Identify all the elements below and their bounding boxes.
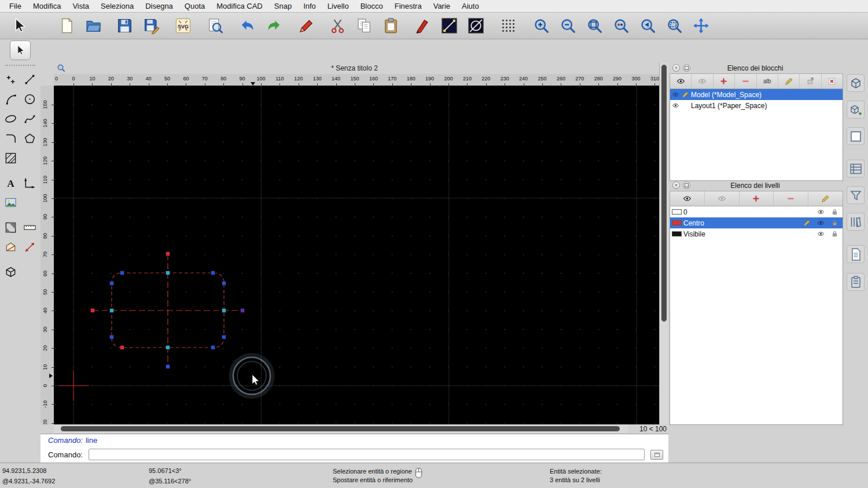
tool-hatch-button[interactable] <box>2 149 19 167</box>
dock-views-button[interactable] <box>847 127 865 145</box>
remove-block-button[interactable] <box>735 74 756 88</box>
tool-circle-button[interactable] <box>21 90 38 108</box>
redo-button[interactable] <box>263 15 285 37</box>
layer-visible-icon[interactable] <box>815 208 827 216</box>
layer-panel-close-button[interactable]: × <box>672 182 680 189</box>
selection-handle[interactable] <box>166 252 170 256</box>
save-as-button[interactable] <box>140 15 162 37</box>
print-preview-button[interactable] <box>204 15 226 37</box>
zoom-out-button[interactable] <box>557 15 579 37</box>
menu-info[interactable]: Info <box>297 2 322 10</box>
selection-handle[interactable] <box>120 271 124 275</box>
layer-list-item[interactable]: 0 <box>670 206 843 217</box>
add-layer-button[interactable] <box>740 191 774 206</box>
selection-handle[interactable] <box>222 282 226 286</box>
selection-handle[interactable] <box>211 346 215 350</box>
svg-export-button[interactable]: SVG <box>172 15 194 37</box>
tool-points-button[interactable] <box>2 71 19 88</box>
tool-corner-button[interactable] <box>2 130 19 147</box>
horizontal-scrollbar-thumb[interactable] <box>61 426 620 431</box>
dock-command-history-button[interactable] <box>847 160 865 178</box>
dock-blocks-button[interactable] <box>847 74 865 92</box>
drawing-canvas[interactable] <box>54 86 659 424</box>
tool-polygon-button[interactable] <box>21 130 38 147</box>
selection-handle[interactable] <box>241 309 245 313</box>
selection-handle[interactable] <box>166 271 170 275</box>
menu-modifica[interactable]: Modifica <box>27 2 67 10</box>
add-block-button[interactable] <box>713 74 735 88</box>
tool-image-button[interactable] <box>2 194 19 211</box>
vertical-scrollbar-thumb[interactable] <box>661 65 667 321</box>
selection-handle[interactable] <box>166 365 170 369</box>
menu-snap[interactable]: Snap <box>269 2 297 10</box>
copy-button[interactable] <box>353 15 375 37</box>
draw-pen-button[interactable] <box>411 15 433 37</box>
zoom-auto-button[interactable] <box>583 15 605 37</box>
menu-file[interactable]: File <box>3 2 27 10</box>
menu-varie[interactable]: Varie <box>428 2 456 10</box>
show-all-layers-button[interactable] <box>670 191 705 206</box>
selection-handle[interactable] <box>110 335 114 339</box>
edit-block-button[interactable] <box>778 74 800 88</box>
block-list-item[interactable]: Model (*Model_Space) <box>670 89 843 100</box>
cut-button[interactable] <box>326 15 348 37</box>
layer-list-item[interactable]: Centro <box>670 217 843 228</box>
palette-drag-handle[interactable] <box>5 65 35 66</box>
selection-handle[interactable] <box>120 346 124 350</box>
edit-pencil-button[interactable] <box>295 15 317 37</box>
tool-text-button[interactable]: A <box>2 174 19 191</box>
selection-handle[interactable] <box>110 282 114 286</box>
zoom-window-button[interactable] <box>663 15 685 37</box>
zoom-pan-button[interactable] <box>690 15 712 37</box>
menu-disegna[interactable]: Disegna <box>139 2 179 10</box>
block-visible-icon[interactable] <box>672 102 679 109</box>
layer-lock-icon[interactable] <box>829 219 841 227</box>
draw-circle-box-button[interactable] <box>465 15 487 37</box>
layer-panel-float-button[interactable] <box>683 182 690 189</box>
dock-clipboard-button[interactable] <box>847 273 865 291</box>
layer-visible-icon[interactable] <box>815 230 827 238</box>
hide-all-blocks-button[interactable] <box>692 74 713 88</box>
zoom-selection-button[interactable] <box>610 15 632 37</box>
block-panel-float-button[interactable] <box>683 64 690 72</box>
layer-lock-icon[interactable] <box>829 208 841 216</box>
layer-lock-icon[interactable] <box>829 230 841 238</box>
snap-grid-button[interactable] <box>497 15 519 37</box>
menu-vista[interactable]: Vista <box>67 2 95 10</box>
menu-aiuto[interactable]: Aiuto <box>456 2 485 10</box>
console-detach-button[interactable] <box>650 450 663 460</box>
command-input[interactable] <box>89 449 645 460</box>
selection-tool-button[interactable] <box>10 40 31 60</box>
tool-dim-button[interactable] <box>21 174 38 191</box>
dock-notes-button[interactable] <box>847 245 865 263</box>
delete-block-button[interactable] <box>822 74 843 88</box>
tool-line-button[interactable] <box>21 71 38 88</box>
selection-handle[interactable] <box>222 335 226 339</box>
selection-handle[interactable] <box>110 309 114 313</box>
dock-shelf-button[interactable] <box>847 213 865 231</box>
selection-handle[interactable] <box>222 309 226 313</box>
rename-block-button[interactable]: alb <box>757 74 778 88</box>
layer-edit-icon[interactable] <box>801 219 813 227</box>
tool-spline-button[interactable] <box>21 110 38 127</box>
tool-box3d-button[interactable] <box>2 263 19 280</box>
dock-filter-button[interactable] <box>847 186 865 204</box>
menu-seleziona[interactable]: Seleziona <box>95 2 139 10</box>
select-pointer-button[interactable] <box>8 15 30 37</box>
insert-block-button[interactable] <box>800 74 821 88</box>
show-all-blocks-button[interactable] <box>670 74 692 88</box>
menu-quota[interactable]: Quota <box>179 2 211 10</box>
dock-library-button[interactable] <box>847 101 865 119</box>
layer-list-item[interactable]: Visibile <box>670 228 843 239</box>
hide-all-layers-button[interactable] <box>705 191 740 206</box>
layer-visible-icon[interactable] <box>815 219 827 227</box>
open-document-button[interactable] <box>82 15 104 37</box>
remove-layer-button[interactable] <box>774 191 808 206</box>
block-panel-close-button[interactable]: × <box>672 64 680 72</box>
modify-layer-button[interactable] <box>808 191 843 206</box>
draw-line-box-button[interactable] <box>438 15 460 37</box>
menu-modifica-cad[interactable]: Modifica CAD <box>211 2 268 10</box>
tool-measure-button[interactable] <box>21 238 38 256</box>
tool-arc-button[interactable] <box>2 90 19 108</box>
vertical-scrollbar[interactable] <box>659 62 668 424</box>
